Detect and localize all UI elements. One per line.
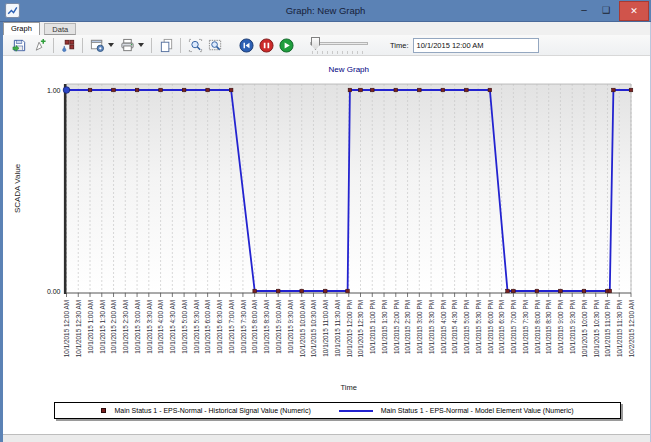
historical-marker xyxy=(629,88,633,92)
x-tick-label: 10/1/2015 1:00 PM xyxy=(369,300,376,354)
x-tick-label: 10/1/2015 2:00 PM xyxy=(393,300,400,354)
historical-marker xyxy=(159,88,163,92)
model-line-icon xyxy=(339,410,373,412)
x-tick-label: 10/1/2015 8:30 PM xyxy=(545,300,552,354)
x-tick-label: 10/1/2015 12:30 AM xyxy=(75,300,82,357)
time-input[interactable] xyxy=(413,38,539,53)
x-tick-label: 10/1/2015 12:00 PM xyxy=(346,300,353,358)
x-tick-label: 10/1/2015 4:30 PM xyxy=(451,300,458,354)
chart-options-icon[interactable] xyxy=(88,36,106,54)
legend-label-model: Main Status 1 - EPS-Normal - Model Eleme… xyxy=(381,407,574,414)
x-tick-label: 10/1/2015 1:30 PM xyxy=(381,300,388,354)
minimize-button[interactable]: – xyxy=(575,0,593,21)
skip-start-button[interactable] xyxy=(237,36,255,54)
historical-marker xyxy=(535,289,539,293)
x-tick-label: 10/1/2015 2:00 AM xyxy=(110,300,117,354)
save-icon[interactable] xyxy=(10,36,28,54)
x-tick-label: 10/1/2015 12:30 PM xyxy=(357,300,364,358)
historical-marker xyxy=(112,88,116,92)
tab-data[interactable]: Data xyxy=(44,23,76,35)
time-slider-ticks xyxy=(312,51,366,54)
historical-marker xyxy=(253,289,257,293)
x-tick-label: 10/1/2015 1:30 AM xyxy=(99,300,106,354)
title-bar[interactable]: Graph: New Graph – ❑ ✕ xyxy=(0,0,651,22)
add-series-icon[interactable] xyxy=(59,36,77,54)
window-frame-bottom xyxy=(0,434,651,442)
x-tick-label: 10/1/2015 11:00 AM xyxy=(322,300,329,357)
new-graph-icon[interactable] xyxy=(30,36,48,54)
window-frame-left xyxy=(0,22,3,442)
tab-graph[interactable]: Graph xyxy=(3,22,40,35)
x-tick-label: 10/1/2015 7:00 PM xyxy=(510,300,517,354)
x-tick-label: 10/1/2015 5:30 PM xyxy=(475,300,482,354)
time-slider-thumb[interactable] xyxy=(311,37,320,50)
close-button[interactable]: ✕ xyxy=(619,1,649,21)
x-tick-label: 10/1/2015 5:00 AM xyxy=(181,300,188,354)
x-tick-label: 10/1/2015 1:00 AM xyxy=(87,300,94,354)
historical-marker xyxy=(206,88,210,92)
time-label: Time: xyxy=(390,41,408,50)
historical-marker xyxy=(348,88,352,92)
pause-button[interactable] xyxy=(257,36,275,54)
historical-marker xyxy=(559,289,563,293)
x-tick-label: 10/1/2015 8:30 AM xyxy=(263,300,270,354)
x-tick-label: 10/1/2015 10:30 AM xyxy=(310,300,317,357)
x-tick-label: 10/1/2015 3:30 AM xyxy=(146,300,153,354)
toolbar-separator xyxy=(180,38,181,53)
copy-icon[interactable] xyxy=(157,36,175,54)
chevron-down-icon[interactable] xyxy=(138,43,144,47)
legend-label-historical: Main Status 1 - EPS-Normal - Historical … xyxy=(114,407,310,414)
x-tick-label: 10/1/2015 4:30 AM xyxy=(169,300,176,354)
time-slider[interactable] xyxy=(310,36,368,54)
historical-marker xyxy=(182,88,186,92)
x-tick-label: 10/1/2015 9:30 AM xyxy=(287,300,294,354)
graph-window: Graph: New Graph – ❑ ✕ Graph Data xyxy=(0,0,651,442)
historical-marker xyxy=(512,289,516,293)
x-tick-label: 10/1/2015 7:30 AM xyxy=(240,300,247,354)
x-tick-label: 10/1/2015 5:30 AM xyxy=(193,300,200,354)
x-axis-label: Time xyxy=(341,383,357,392)
maximize-button[interactable]: ❑ xyxy=(597,0,615,21)
x-tick-label: 10/1/2015 4:00 AM xyxy=(157,300,164,354)
play-button[interactable] xyxy=(277,36,295,54)
x-tick-label: 10/1/2015 2:30 PM xyxy=(404,300,411,354)
window-title: Graph: New Graph xyxy=(0,0,651,22)
print-icon[interactable] xyxy=(118,36,136,54)
x-tick-label: 10/1/2015 6:30 PM xyxy=(498,300,505,354)
x-tick-label: 10/1/2015 2:30 AM xyxy=(122,300,129,354)
chart-canvas[interactable]: New Graph10/1/2015 12:00 AM10/1/2015 12:… xyxy=(0,58,651,398)
historical-marker xyxy=(612,88,616,92)
historical-marker xyxy=(88,88,92,92)
x-tick-label: 10/1/2015 10:00 AM xyxy=(299,300,306,357)
chevron-down-icon[interactable] xyxy=(108,43,114,47)
x-tick-label: 10/1/2015 11:00 PM xyxy=(604,300,611,357)
y-axis-label: SCADA Value xyxy=(13,163,22,213)
x-tick-label: 10/1/2015 11:30 AM xyxy=(334,300,341,357)
toolbar: Time: xyxy=(3,35,650,56)
x-tick-label: 10/1/2015 9:00 PM xyxy=(557,300,564,354)
zoom-extents-icon[interactable] xyxy=(186,36,204,54)
x-tick-label: 10/1/2015 10:00 PM xyxy=(581,300,588,358)
x-tick-label: 10/1/2015 11:30 PM xyxy=(616,300,623,357)
historical-marker xyxy=(418,88,422,92)
x-tick-label: 10/1/2015 7:30 PM xyxy=(522,300,529,354)
chart-legend: Main Status 1 - EPS-Normal - Historical … xyxy=(54,402,621,419)
toolbar-separator xyxy=(53,38,54,53)
tab-bar: Graph Data xyxy=(3,22,650,35)
x-tick-label: 10/2/2015 12:00 AM xyxy=(628,300,635,357)
x-tick-label: 10/1/2015 8:00 PM xyxy=(534,300,541,354)
x-tick-label: 10/1/2015 9:00 AM xyxy=(275,300,282,354)
x-tick-label: 10/1/2015 9:30 PM xyxy=(569,300,576,354)
y-tick-label: 0.00 xyxy=(47,288,61,295)
x-tick-label: 10/1/2015 6:00 PM xyxy=(487,300,494,354)
x-tick-label: 10/1/2015 8:00 AM xyxy=(251,300,258,354)
historical-marker xyxy=(582,289,586,293)
legend-item-model: Main Status 1 - EPS-Normal - Model Eleme… xyxy=(339,407,574,414)
toolbar-separator xyxy=(82,38,83,53)
x-tick-label: 10/1/2015 10:30 PM xyxy=(593,300,600,358)
zoom-window-icon[interactable] xyxy=(206,36,224,54)
x-tick-label: 10/1/2015 12:00 AM xyxy=(63,300,70,357)
x-tick-label: 10/1/2015 4:00 PM xyxy=(440,300,447,354)
x-tick-label: 10/1/2015 7:00 AM xyxy=(228,300,235,354)
historical-marker xyxy=(323,289,327,293)
